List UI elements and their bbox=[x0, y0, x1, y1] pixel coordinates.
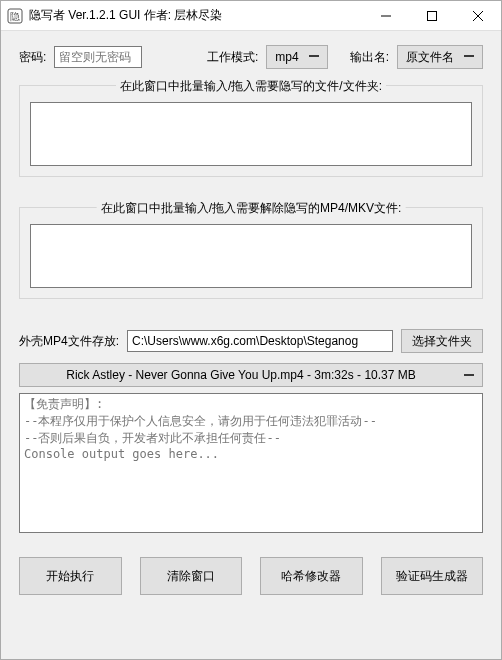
titlebar: 隐 隐写者 Ver.1.2.1 GUI 作者: 层林尽染 bbox=[1, 1, 501, 31]
hide-files-group: 在此窗口中批量输入/拖入需要隐写的文件/文件夹: bbox=[19, 85, 483, 177]
minimize-button[interactable] bbox=[363, 1, 409, 30]
choose-folder-button[interactable]: 选择文件夹 bbox=[401, 329, 483, 353]
top-row: 密码: 工作模式: mp4 输出名: 原文件名 bbox=[19, 45, 483, 69]
clear-button[interactable]: 清除窗口 bbox=[140, 557, 243, 595]
password-input[interactable] bbox=[54, 46, 142, 68]
shell-file-dropdown[interactable]: Rick Astley - Never Gonna Give You Up.mp… bbox=[19, 363, 483, 387]
workmode-value: mp4 bbox=[275, 50, 298, 64]
bottom-buttons: 开始执行 清除窗口 哈希修改器 验证码生成器 bbox=[19, 557, 483, 595]
app-icon: 隐 bbox=[7, 8, 23, 24]
window-title: 隐写者 Ver.1.2.1 GUI 作者: 层林尽染 bbox=[29, 7, 363, 24]
close-button[interactable] bbox=[455, 1, 501, 30]
svg-rect-3 bbox=[428, 11, 437, 20]
app-window: 隐 隐写者 Ver.1.2.1 GUI 作者: 层林尽染 密码: 工作模式: m… bbox=[0, 0, 502, 660]
close-icon bbox=[473, 11, 483, 21]
shell-path-input[interactable] bbox=[127, 330, 393, 352]
shell-file-value: Rick Astley - Never Gonna Give You Up.mp… bbox=[28, 368, 454, 382]
outname-label: 输出名: bbox=[350, 49, 389, 66]
hide-files-label: 在此窗口中批量输入/拖入需要隐写的文件/文件夹: bbox=[116, 78, 386, 95]
chevron-down-icon bbox=[464, 54, 474, 60]
path-row: 外壳MP4文件存放: 选择文件夹 bbox=[19, 329, 483, 353]
password-label: 密码: bbox=[19, 49, 46, 66]
hide-files-listbox[interactable] bbox=[30, 102, 472, 166]
content-area: 密码: 工作模式: mp4 输出名: 原文件名 在此窗口中批量输入/拖入需要隐写… bbox=[1, 31, 501, 659]
reveal-files-group: 在此窗口中批量输入/拖入需要解除隐写的MP4/MKV文件: bbox=[19, 207, 483, 299]
outname-dropdown[interactable]: 原文件名 bbox=[397, 45, 483, 69]
reveal-files-label: 在此窗口中批量输入/拖入需要解除隐写的MP4/MKV文件: bbox=[97, 200, 406, 217]
minimize-icon bbox=[381, 11, 391, 21]
window-controls bbox=[363, 1, 501, 30]
workmode-label: 工作模式: bbox=[207, 49, 258, 66]
maximize-icon bbox=[427, 11, 437, 21]
svg-text:隐: 隐 bbox=[10, 11, 20, 22]
console-output: 【免责声明】: --本程序仅用于保护个人信息安全，请勿用于任何违法犯罪活动-- … bbox=[19, 393, 483, 533]
shell-path-label: 外壳MP4文件存放: bbox=[19, 333, 119, 350]
verify-generator-button[interactable]: 验证码生成器 bbox=[381, 557, 484, 595]
maximize-button[interactable] bbox=[409, 1, 455, 30]
reveal-files-listbox[interactable] bbox=[30, 224, 472, 288]
hash-modifier-button[interactable]: 哈希修改器 bbox=[260, 557, 363, 595]
chevron-down-icon bbox=[309, 54, 319, 60]
workmode-dropdown[interactable]: mp4 bbox=[266, 45, 327, 69]
outname-value: 原文件名 bbox=[406, 49, 454, 66]
chevron-down-icon bbox=[464, 368, 474, 382]
start-button[interactable]: 开始执行 bbox=[19, 557, 122, 595]
